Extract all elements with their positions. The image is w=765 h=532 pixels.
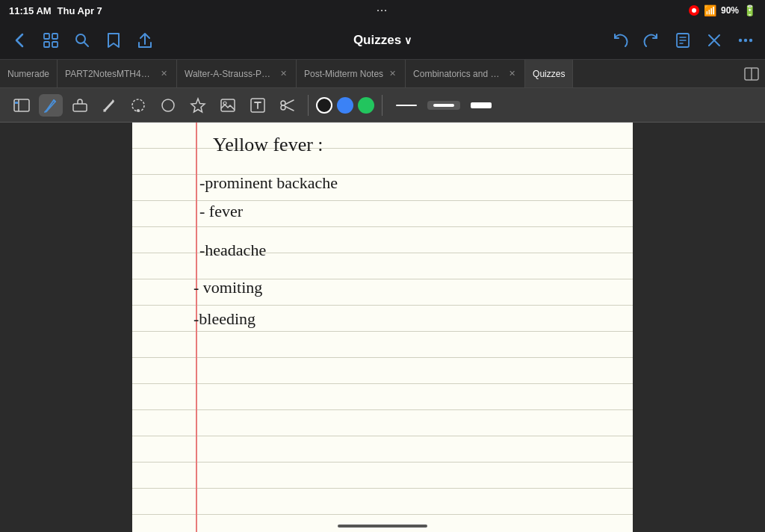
scissors-tool-button[interactable] — [275, 94, 300, 117]
more-button[interactable] — [734, 28, 758, 52]
star-tool-button[interactable] — [185, 94, 211, 117]
toolbar-left — [7, 28, 157, 52]
left-panel — [0, 123, 132, 532]
search-button[interactable] — [70, 28, 94, 52]
tab-quizzes[interactable]: Quizzes — [525, 60, 573, 87]
svg-rect-11 — [15, 102, 18, 104]
svg-point-20 — [281, 101, 285, 105]
status-bar: 11:15 AM Thu Apr 7 ··· 📶 90% 🔋 — [0, 0, 765, 21]
svg-text:- vomiting: - vomiting — [193, 278, 262, 297]
date-display: Thu Apr 7 — [58, 5, 102, 16]
svg-rect-0 — [44, 34, 49, 39]
ellipsis-dots: ··· — [377, 6, 388, 15]
title-button[interactable]: Quizzes ∨ — [353, 33, 412, 48]
svg-rect-12 — [73, 104, 87, 111]
color-blue[interactable] — [337, 97, 353, 114]
sidebar-toggle-button[interactable] — [9, 96, 34, 115]
toolbar-center: Quizzes ∨ — [163, 33, 602, 48]
toolbar-separator-2 — [382, 95, 382, 116]
svg-point-7 — [744, 38, 747, 41]
tab-quizzes-label: Quizzes — [533, 69, 565, 79]
tab-split-view[interactable] — [738, 60, 765, 87]
tab-combinatorics[interactable]: Combinatorics and Grap... ✕ — [406, 60, 525, 87]
main-content: Yellow fever : -prominent backache - fev… — [0, 123, 765, 532]
svg-point-21 — [281, 105, 285, 110]
thickness-medium[interactable] — [427, 101, 460, 110]
tab-part2notes[interactable]: PART2NotesMTH442Sp... ✕ — [58, 60, 177, 87]
svg-marker-16 — [191, 99, 205, 112]
bookmark-button[interactable] — [102, 28, 126, 52]
pencil-tool-button[interactable] — [97, 94, 121, 117]
note-page: Yellow fever : -prominent backache - fev… — [132, 123, 633, 532]
svg-point-15 — [162, 99, 174, 111]
battery-icon: 🔋 — [743, 4, 756, 16]
tab-postmidterm-close[interactable]: ✕ — [388, 67, 397, 80]
status-left: 11:15 AM Thu Apr 7 — [9, 5, 102, 16]
tab-postmidterm[interactable]: Post-Midterm Notes ✕ — [297, 60, 406, 87]
grid-button[interactable] — [39, 28, 63, 52]
svg-text:Yellow fever :: Yellow fever : — [213, 134, 323, 155]
redo-button[interactable] — [639, 28, 663, 52]
close-button[interactable] — [702, 28, 726, 52]
wifi-icon: 📶 — [704, 4, 716, 16]
handwritten-notes: Yellow fever : -prominent backache - fev… — [132, 123, 633, 532]
status-right: 📶 90% 🔋 — [689, 4, 756, 16]
battery-percentage: 90% — [721, 5, 739, 16]
svg-point-8 — [749, 38, 752, 41]
undo-button[interactable] — [608, 28, 632, 52]
tab-numerade[interactable]: Numerade — [0, 60, 58, 87]
svg-point-6 — [739, 38, 742, 41]
eraser-tool-button[interactable] — [67, 95, 93, 116]
tabs-bar: Numerade PART2NotesMTH442Sp... ✕ Walter-… — [0, 60, 765, 88]
home-bar — [338, 525, 427, 528]
top-toolbar: Quizzes ∨ — [0, 21, 765, 60]
svg-text:-headache: -headache — [199, 241, 266, 259]
svg-rect-3 — [52, 42, 58, 47]
svg-rect-10 — [14, 99, 29, 111]
tab-combinatorics-label: Combinatorics and Grap... — [413, 69, 503, 79]
drawing-toolbar — [0, 88, 765, 123]
tab-part2notes-close[interactable]: ✕ — [159, 67, 169, 80]
color-green[interactable] — [358, 97, 374, 114]
share-button[interactable] — [133, 28, 157, 52]
toolbar-right — [608, 28, 758, 52]
svg-text:-prominent backache: -prominent backache — [199, 173, 338, 192]
tab-postmidterm-label: Post-Midterm Notes — [304, 69, 383, 79]
tab-walter-close[interactable]: ✕ — [279, 67, 288, 80]
lasso-tool-button[interactable] — [126, 94, 151, 117]
recording-indicator — [689, 5, 699, 16]
tab-numerade-label: Numerade — [7, 69, 49, 79]
svg-point-14 — [137, 109, 140, 112]
pen-tool-button[interactable] — [39, 94, 63, 117]
svg-rect-2 — [44, 42, 49, 47]
svg-point-4 — [76, 34, 85, 43]
shape-tool-button[interactable] — [155, 94, 181, 117]
tab-walter[interactable]: Walter-A-Strauss-Partia... ✕ — [177, 60, 297, 87]
thickness-thin[interactable] — [390, 102, 423, 109]
thickness-thick[interactable] — [465, 99, 498, 111]
toolbar-separator-1 — [308, 95, 309, 116]
title-chevron: ∨ — [404, 34, 412, 46]
time-display: 11:15 AM — [9, 5, 52, 16]
image-tool-button[interactable] — [215, 95, 241, 116]
doc-button[interactable] — [671, 28, 695, 52]
svg-rect-1 — [52, 34, 58, 39]
svg-text:- fever: - fever — [199, 202, 244, 220]
tab-walter-label: Walter-A-Strauss-Partia... — [185, 69, 274, 79]
back-button[interactable] — [7, 28, 31, 52]
svg-text:-bleeding: -bleeding — [193, 309, 255, 328]
tab-part2notes-label: PART2NotesMTH442Sp... — [65, 69, 155, 79]
color-black[interactable] — [316, 97, 332, 114]
right-panel — [633, 123, 765, 532]
svg-rect-17 — [221, 99, 235, 111]
tab-combinatorics-close[interactable]: ✕ — [507, 67, 517, 80]
notebook-title: Quizzes — [353, 33, 401, 48]
text-tool-button[interactable] — [245, 94, 270, 117]
